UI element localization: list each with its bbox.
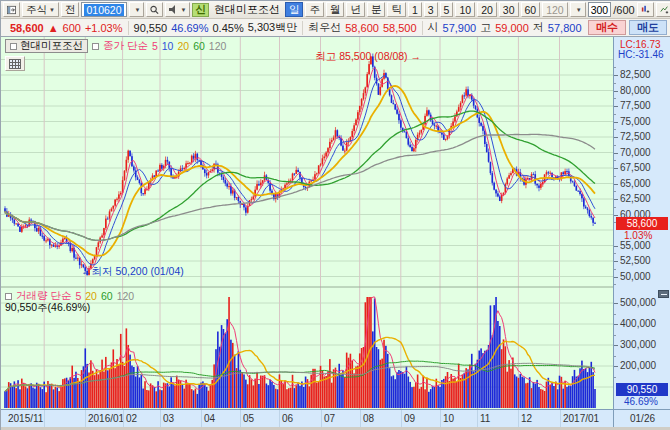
minute-10-button[interactable]: 10 [455,2,475,17]
tick-mark [614,75,618,76]
tick-mark [614,168,618,169]
interval-select[interactable]: ▼ [570,2,586,17]
price-tick-label: 77,500 [620,101,651,111]
tick-mark [614,324,618,325]
tick-mark [614,261,618,262]
period-day-button[interactable]: 일 [285,2,304,17]
chart-type-button[interactable] [5,56,25,71]
period-week-button[interactable]: 주 [305,2,324,17]
minute-30-button[interactable]: 30 [499,2,519,17]
low-annotation: ←최저 50,200 (01/04) [81,265,184,279]
date-tick-label: 02 [126,413,137,425]
date-axis-separator [44,410,45,428]
minute-120-button[interactable]: 120 [542,2,568,17]
minor-tick [614,253,616,254]
minor-tick [614,284,616,285]
bar-count-input[interactable]: 300 [588,2,612,17]
ma10-label: 10 [162,40,174,52]
price-tick-label: 65,000 [620,179,651,189]
code-dropdown-button[interactable]: ▼ [129,2,145,17]
minor-tick [614,145,616,146]
period-month-button[interactable]: 월 [326,2,345,17]
high-price: 59,000 [495,22,529,34]
date-axis-separator [477,410,478,428]
minute-20-button[interactable]: 20 [477,2,497,17]
best-bid: 58,600 [345,22,379,34]
low-label: 저 [533,20,544,35]
panel-toggle-icon[interactable] [5,293,12,300]
search-icon[interactable] [146,2,163,17]
asset-type-select[interactable]: 주식▼ [22,2,59,17]
tick-mark [614,345,618,346]
date-axis-separator [518,410,519,428]
best-ask: 58,500 [383,22,417,34]
stock-name-label: 현대미포조선 [211,2,283,17]
vol-ma60-label: 60 [101,290,113,302]
minute-3-button[interactable]: 3 [424,2,438,17]
price-volume-chart-canvas[interactable] [1,37,613,409]
volume-panel-collapse-button[interactable] [658,290,669,298]
price-change: 600 [63,22,81,34]
chevron-down-icon: ▼ [180,7,186,13]
period-tick-button[interactable]: 틱 [387,2,406,17]
stock-code-input[interactable]: 010620 [81,2,126,17]
tick-mark [614,106,618,107]
quote-bar: 58,600 ▲ 600 +1.03% 90,550 46.69% 0.45% … [1,19,670,37]
date-tick-label: 11 [480,413,490,425]
minor-tick [614,356,616,357]
toolbar: 주식▼ 전 010620 ▼ ▼ 신 현대미포조선 일 주 월 년 분 틱 1 … [1,1,670,19]
tick-mark [614,215,618,216]
minor-tick [614,176,616,177]
date-tick-label: 12 [521,413,532,425]
minute-5-button[interactable]: 5 [440,2,454,17]
period-minute-button[interactable]: 분 [367,2,386,17]
trade-value: 5,303백만 [248,20,298,35]
minor-tick [614,129,616,130]
minor-tick [614,83,616,84]
date-axis[interactable]: 01/26 2015/112016/0102030405060708091011… [1,409,670,427]
bar-max-label: /600 [613,4,634,16]
tick-mark [614,277,618,278]
volume-value: 90,550 [134,22,168,34]
minor-tick [614,314,616,315]
date-axis-separator [160,410,161,428]
minor-tick [614,114,616,115]
tick-mark [614,184,618,185]
last-volume-pct: 46.69% [624,397,658,407]
minor-tick [614,191,616,192]
sell-button[interactable]: 매도 [629,20,667,35]
up-arrow-icon: ▲ [48,22,59,34]
price-tick-label: 80,000 [620,86,651,96]
chevron-down-icon: ▼ [135,7,141,13]
buy-button[interactable]: 매수 [588,20,626,35]
chart-tools-icon[interactable] [637,2,654,17]
price-series-chip[interactable]: 현대미포조선 [5,39,88,53]
last-price-pct: 1.03% [624,231,652,241]
date-axis-separator [85,410,86,428]
date-axis-separator [201,410,202,428]
minute-60-button[interactable]: 60 [521,2,541,17]
minute-1-button[interactable]: 1 [408,2,422,17]
date-tick-label: 2016/01 [88,413,124,425]
volume-tick-label: 400,000 [620,319,656,329]
best-quote-label: 최우선 [308,20,341,35]
price-tick-label: 62,500 [620,194,651,204]
price-axis[interactable]: LC:16.73 HC:-31.46 82,50080,00077,50075,… [613,37,670,409]
panel-toggle-icon[interactable] [10,43,17,50]
volume-tick-label: 300,000 [620,340,656,350]
price-tick-label: 55,000 [620,241,651,251]
window-split-icon[interactable] [3,2,20,17]
date-axis-separator [401,410,402,428]
prev-stock-button[interactable]: 전 [61,2,80,17]
panel-toggle-icon[interactable] [92,43,99,50]
hc-value: HC:-31.46 [618,49,664,60]
period-year-button[interactable]: 년 [346,2,365,17]
price-tick-label: 67,500 [620,163,651,173]
chart-area: 현대미포조선 종가 단순 5 10 20 60 120 최고 85,500 (0… [1,37,670,409]
current-volume-text: 90,550주(46.69%) [5,301,90,315]
date-tick-label: 08 [363,413,374,425]
sound-icon[interactable]: ▼ [165,2,190,17]
ma5-label: 5 [152,40,158,52]
stock-chart-window: 주식▼ 전 010620 ▼ ▼ 신 현대미포조선 일 주 월 년 분 틱 1 … [0,0,670,430]
trendline-icon[interactable] [656,2,670,17]
